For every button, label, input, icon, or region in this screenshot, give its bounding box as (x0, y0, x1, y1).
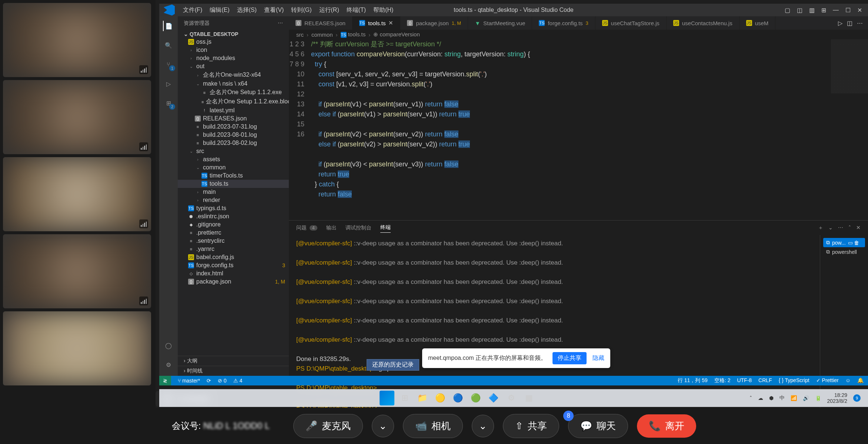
layout-icon[interactable]: ▥ (809, 7, 815, 14)
file-item[interactable]: TStimerTools.ts (178, 172, 289, 180)
outline-section[interactable]: › 大纲 (178, 356, 289, 366)
eol[interactable]: CRLF (758, 377, 772, 384)
video-tile[interactable] (3, 311, 151, 385)
split-icon[interactable]: ◫ (847, 20, 852, 27)
git-icon[interactable]: ⑂1 (163, 59, 174, 70)
clock[interactable]: 18:292023/8/2 (827, 392, 848, 404)
warnings-count[interactable]: ⚠ 4 (233, 378, 243, 384)
code-editor[interactable]: 1 2 3 4 5 6 7 8 9 10 11 12 13 14 15 16 /… (289, 39, 868, 220)
file-item[interactable]: ≡企名片One Setup 1.1.2.exe.block... (178, 97, 289, 106)
file-item[interactable]: TSforge.config.ts3 (178, 261, 289, 269)
git-branch[interactable]: ⑂ master* (178, 378, 200, 384)
editor-tab[interactable]: {} package.json 1, M (400, 16, 468, 30)
tray-icon[interactable]: ☁ (758, 395, 763, 401)
minimap[interactable] (831, 39, 868, 220)
hide-button[interactable]: 隐藏 (592, 354, 604, 362)
sync-icon[interactable]: ⟳ (207, 378, 211, 384)
folder-item[interactable]: ›assets (178, 155, 289, 163)
file-item[interactable]: ≡build.2023-07-31.log (178, 123, 289, 131)
file-item[interactable]: {}RELEASES.json (178, 115, 289, 123)
file-item[interactable]: ≡.prettierrc (178, 229, 289, 237)
file-item[interactable]: ≡build.2023-08-01.log (178, 131, 289, 139)
editor-tab[interactable]: JS useM (740, 16, 776, 30)
menu-item[interactable]: 帮助(H) (370, 6, 397, 14)
file-item[interactable]: ≡企名片One Setup 1.1.2.exe (178, 88, 289, 97)
feedback-icon[interactable]: ☺ (845, 377, 851, 384)
file-item[interactable]: ≡build.2023-08-02.log (178, 139, 289, 147)
encoding[interactable]: UTF-8 (737, 377, 752, 384)
editor-tab[interactable]: TS forge.config.ts 3 (532, 16, 595, 30)
tab-problems[interactable]: 问题 4 (296, 223, 317, 233)
tab-terminal[interactable]: 终端 (380, 223, 391, 233)
folder-item[interactable]: ⌄make \ nsis \ x64 (178, 80, 289, 88)
file-item[interactable]: ≡.sentryclirc (178, 237, 289, 245)
ime-icon[interactable]: 中 (779, 395, 785, 401)
stop-sharing-button[interactable]: 停止共享 (552, 352, 587, 364)
new-terminal-icon[interactable]: ＋ (818, 225, 823, 231)
video-tile[interactable] (3, 80, 151, 154)
timeline-section[interactable]: › 时间线 (178, 366, 289, 376)
editor-tab[interactable]: JS useChatTagStore.js (595, 16, 667, 30)
menu-item[interactable]: 运行(R) (316, 6, 343, 14)
search-icon[interactable]: 🔍 (163, 40, 174, 50)
indentation[interactable]: 空格: 2 (714, 377, 731, 384)
folder-item[interactable]: ›企名片One-win32-x64 (178, 70, 289, 80)
video-tile[interactable] (3, 157, 151, 231)
video-tile[interactable] (3, 3, 151, 77)
folder-item[interactable]: ⌄src (178, 147, 289, 155)
menu-item[interactable]: 查看(V) (260, 6, 287, 14)
tab-debug-console[interactable]: 调试控制台 (345, 223, 371, 233)
file-item[interactable]: ⬢.eslintrc.json (178, 212, 289, 221)
terminal-output[interactable]: [@vue/compiler-sfc] ::v-deep usage as a … (289, 235, 820, 416)
account-icon[interactable]: ◯ (163, 340, 174, 351)
close-tab-icon[interactable]: ✕ (388, 20, 393, 26)
notifications-icon[interactable]: 9 (853, 394, 861, 402)
file-item[interactable]: JSbabel.config.js (178, 253, 289, 261)
volume-icon[interactable]: 🔊 (803, 395, 809, 401)
file-item[interactable]: ◇index.html (178, 269, 289, 278)
terminal-item[interactable]: ⧉ powershell (823, 247, 865, 256)
history-popup[interactable]: 还原的历史记录 (367, 359, 419, 371)
terminal-item[interactable]: ⧉ pow... ▭ 🗑 (823, 238, 865, 247)
wifi-icon[interactable]: 📶 (791, 395, 797, 401)
errors-count[interactable]: ⊘ 0 (218, 378, 227, 384)
video-tile[interactable] (3, 234, 151, 308)
more-icon[interactable]: ⋯ (278, 20, 283, 27)
start-button[interactable] (380, 391, 394, 405)
menu-item[interactable]: 转到(G) (287, 6, 315, 14)
extensions-icon[interactable]: ⊞2 (163, 98, 174, 108)
maximize-icon[interactable]: ☐ (845, 7, 851, 14)
tray-icon[interactable]: ⬢ (769, 395, 774, 401)
breadcrumb[interactable]: src›common›TS tools.ts›⊕ compareVersion (289, 30, 868, 39)
remote-indicator[interactable]: ≷ (159, 376, 171, 385)
editor-tab[interactable]: JS useContactsMenu.js (667, 16, 740, 30)
explorer-icon[interactable]: 📁 (415, 391, 430, 405)
camera-button[interactable]: 📹 相机 (403, 414, 463, 438)
minimize-icon[interactable]: — (833, 7, 839, 14)
menu-item[interactable]: 选择(S) (233, 6, 260, 14)
prettier-status[interactable]: ✓ Prettier (816, 377, 839, 384)
run-icon[interactable]: ▷ (838, 20, 842, 27)
tray-chevron-icon[interactable]: ˄ (750, 395, 752, 401)
layout-icon[interactable]: ⊞ (821, 7, 826, 14)
task-view-icon[interactable]: ⊞ (397, 391, 412, 405)
file-item[interactable]: ≡.yarnrc (178, 245, 289, 253)
workspace-root[interactable]: ⌄ QTABLE_DESKTOP (178, 30, 289, 38)
leave-button[interactable]: 📞 离开 (637, 414, 696, 438)
chat-button[interactable]: 💬 聊天 (568, 414, 628, 438)
language-mode[interactable]: { } TypeScript (779, 377, 809, 384)
close-icon[interactable]: ✕ (857, 7, 862, 14)
menu-item[interactable]: 文件(F) (179, 6, 206, 14)
layout-icon[interactable]: ▢ (785, 7, 790, 14)
folder-item[interactable]: ›node_modules (178, 54, 289, 62)
settings-icon[interactable]: ⚙ (504, 391, 519, 405)
vscode-icon[interactable]: 🔷 (486, 391, 501, 405)
camera-dropdown[interactable]: ⌄ (472, 415, 494, 437)
mic-button[interactable]: 🎤 麦克风 (293, 414, 363, 438)
edge-icon[interactable]: 🟢 (468, 391, 483, 405)
battery-icon[interactable]: 🔋 (815, 395, 821, 401)
maximize-panel-icon[interactable]: ˄ (848, 225, 851, 231)
editor-tab[interactable]: ▼ StartMeeting.vue (468, 16, 532, 30)
file-item[interactable]: TStools.ts (178, 180, 289, 188)
mic-dropdown[interactable]: ⌄ (372, 415, 394, 437)
